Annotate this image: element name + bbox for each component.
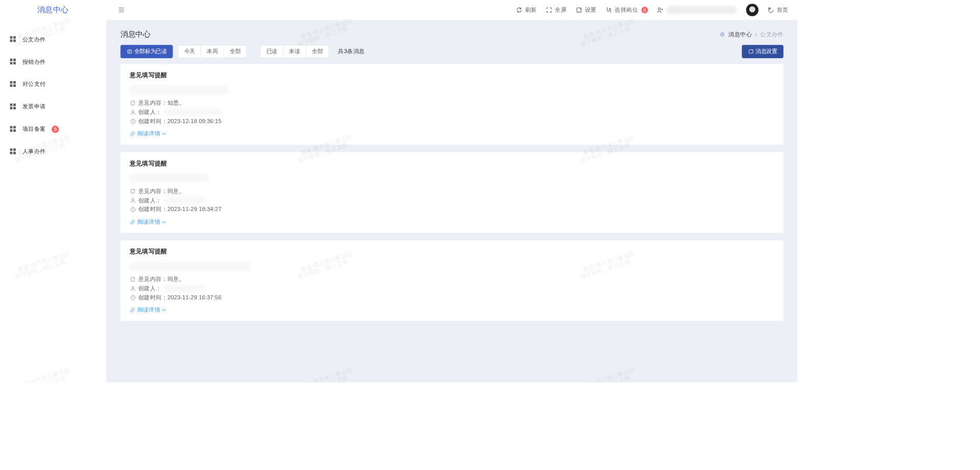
read-filter-all[interactable]: 全部 — [306, 45, 329, 58]
message-settings-button[interactable]: 消息设置 — [742, 45, 783, 58]
svg-rect-11 — [131, 190, 134, 194]
sidebar-item-0[interactable]: 公文办件 — [0, 28, 106, 51]
message-card: 意见填写提醒意见内容：同意。创建人：创建时间：2023-11-29 18:34:… — [120, 152, 783, 233]
grid-icon — [10, 81, 17, 88]
grid-icon — [10, 149, 17, 155]
grid-icon — [10, 126, 17, 133]
svg-rect-0 — [577, 8, 581, 12]
message-card: 意见填写提醒意见内容：同意。创建人：创建时间：2023-11-29 16:37:… — [120, 240, 783, 321]
svg-point-15 — [132, 287, 134, 289]
svg-rect-7 — [749, 50, 753, 54]
sidebar-item-4[interactable]: 项目备案3 — [0, 118, 106, 140]
sidebar-item-label: 发票申请 — [22, 103, 46, 111]
svg-point-3 — [658, 8, 660, 10]
sidebar-item-label: 对公支付 — [22, 81, 46, 88]
home-label: 首页 — [777, 6, 789, 14]
read-filter-unread[interactable]: 未读 — [283, 45, 306, 58]
sidebar-item-label: 公文办件 — [22, 36, 46, 43]
user-icon — [130, 286, 136, 292]
breadcrumb-current: 消息中心 — [728, 31, 752, 38]
role-name-masked — [666, 6, 737, 14]
breadcrumb-sep: / — [755, 31, 757, 38]
svg-point-2 — [610, 12, 611, 13]
svg-point-5 — [722, 34, 723, 35]
message-count: 共3条消息 — [338, 48, 364, 56]
svg-rect-14 — [131, 277, 134, 281]
mark-all-read-button[interactable]: 全部标为已读 — [120, 45, 173, 58]
note-icon — [130, 276, 136, 283]
svg-point-12 — [132, 198, 134, 200]
message-title: 意见填写提醒 — [130, 248, 774, 255]
message-title: 意见填写提醒 — [130, 159, 774, 167]
message-creator: 创建人： — [130, 108, 774, 116]
message-created-at: 创建时间：2023-12-18 09:36:15 — [130, 118, 774, 125]
clock-icon — [130, 206, 136, 213]
message-creator: 创建人： — [130, 285, 774, 292]
brand-title: 消息中心 — [0, 0, 106, 20]
select-post-badge: 0 — [642, 7, 648, 13]
page-title: 消息中心 — [120, 30, 151, 40]
refresh-button[interactable]: 刷新 — [516, 6, 537, 14]
note-icon — [130, 100, 136, 106]
message-subject-masked — [130, 85, 229, 95]
message-card: 意见填写提醒意见内容：知悉。创建人：创建时间：2023-12-18 09:36:… — [120, 64, 783, 145]
sidebar-item-2[interactable]: 对公支付 — [0, 73, 106, 96]
time-filter-all[interactable]: 全部 — [224, 45, 247, 58]
sidebar-menu: 公文办件报销办件对公支付发票申请项目备案3人事办件 — [0, 20, 106, 163]
mark-all-read-label: 全部标为已读 — [134, 48, 166, 56]
read-filter-read[interactable]: 已读 — [260, 45, 283, 58]
message-created-at: 创建时间：2023-11-29 18:34:27 — [130, 206, 774, 214]
read-more-link[interactable]: 阅读详情 ›› — [130, 218, 166, 226]
message-opinion: 意见内容：同意。 — [130, 276, 774, 284]
home-button[interactable]: 首页 — [768, 6, 789, 14]
sidebar-item-1[interactable]: 报销办件 — [0, 51, 106, 73]
message-title: 意见填写提醒 — [130, 72, 774, 79]
select-post-button[interactable]: 选择岗位 0 — [606, 6, 648, 14]
read-more-link[interactable]: 阅读详情 ›› — [130, 307, 166, 314]
select-post-label: 选择岗位 — [615, 6, 638, 14]
sidebar-item-label: 项目备案 — [22, 126, 46, 133]
read-more-link[interactable]: 阅读详情 ›› — [130, 130, 166, 138]
time-filter-today[interactable]: 今天 — [178, 45, 201, 58]
refresh-label: 刷新 — [525, 6, 537, 14]
settings-button[interactable]: 设置 — [576, 6, 597, 14]
location-icon — [720, 32, 725, 37]
user-icon — [130, 109, 136, 115]
breadcrumb: 消息中心 / 公文办件 — [720, 31, 783, 38]
fullscreen-button[interactable]: 全屏 — [546, 6, 567, 14]
clock-icon — [130, 119, 136, 125]
grid-icon — [10, 104, 17, 110]
read-filter-group: 已读 未读 全部 — [260, 45, 329, 58]
message-settings-label: 消息设置 — [755, 48, 777, 56]
message-opinion: 意见内容：知悉。 — [130, 99, 774, 107]
grid-icon — [10, 59, 17, 65]
message-opinion: 意见内容：同意。 — [130, 187, 774, 195]
sidebar-item-label: 人事办件 — [22, 148, 46, 156]
message-created-at: 创建时间：2023-11-29 16:37:56 — [130, 294, 774, 301]
svg-point-9 — [132, 110, 134, 112]
svg-point-1 — [607, 7, 608, 8]
message-creator: 创建人： — [130, 197, 774, 204]
fullscreen-label: 全屏 — [555, 6, 567, 14]
sidebar-item-3[interactable]: 发票申请 — [0, 96, 106, 118]
clock-icon — [130, 295, 136, 301]
sidebar: 消息中心 公文办件报销办件对公支付发票申请项目备案3人事办件 — [0, 0, 106, 383]
breadcrumb-sub: 公文办件 — [760, 31, 783, 38]
sidebar-item-5[interactable]: 人事办件 — [0, 140, 106, 163]
svg-rect-8 — [131, 101, 134, 105]
message-subject-masked — [130, 173, 209, 182]
sidebar-badge: 3 — [52, 126, 59, 133]
topbar: 刷新 全屏 设置 选择岗位 0 — [106, 0, 797, 20]
collapse-sidebar-button[interactable] — [115, 4, 127, 16]
message-subject-masked — [130, 262, 250, 271]
time-filter-group: 今天 本周 全部 — [178, 45, 247, 58]
creator-masked — [164, 197, 205, 204]
creator-masked — [164, 108, 222, 116]
avatar[interactable] — [746, 4, 758, 16]
user-icon — [130, 197, 136, 203]
time-filter-week[interactable]: 本周 — [201, 45, 224, 58]
grid-icon — [10, 36, 17, 43]
creator-masked — [164, 285, 205, 292]
settings-label: 设置 — [585, 6, 597, 14]
current-role[interactable] — [657, 6, 737, 14]
